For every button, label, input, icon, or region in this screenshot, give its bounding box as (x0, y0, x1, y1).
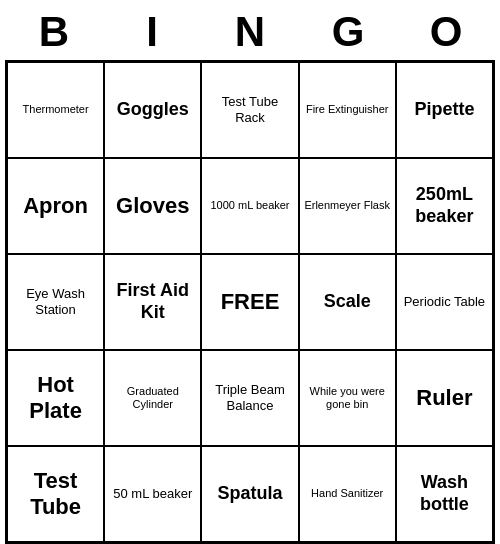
bingo-cell[interactable]: Test Tube (7, 446, 104, 542)
bingo-cell[interactable]: 1000 mL beaker (201, 158, 298, 254)
bingo-cell[interactable]: Eye Wash Station (7, 254, 104, 350)
header-letter: O (401, 8, 491, 56)
header-letter: I (107, 8, 197, 56)
bingo-cell[interactable]: Fire Extinguisher (299, 62, 396, 158)
bingo-cell[interactable]: Hot Plate (7, 350, 104, 446)
bingo-cell[interactable]: Spatula (201, 446, 298, 542)
bingo-cell[interactable]: Graduated Cylinder (104, 350, 201, 446)
bingo-cell[interactable]: Triple Beam Balance (201, 350, 298, 446)
header-letter: N (205, 8, 295, 56)
bingo-cell[interactable]: While you were gone bin (299, 350, 396, 446)
bingo-cell[interactable]: Ruler (396, 350, 493, 446)
bingo-cell[interactable]: 50 mL beaker (104, 446, 201, 542)
bingo-cell[interactable]: Test Tube Rack (201, 62, 298, 158)
bingo-cell[interactable]: Wash bottle (396, 446, 493, 542)
bingo-cell[interactable]: Apron (7, 158, 104, 254)
bingo-cell[interactable]: Scale (299, 254, 396, 350)
bingo-cell[interactable]: Gloves (104, 158, 201, 254)
bingo-cell[interactable]: Thermometer (7, 62, 104, 158)
bingo-cell[interactable]: Hand Sanitizer (299, 446, 396, 542)
header-letter: B (9, 8, 99, 56)
bingo-header: BINGO (5, 0, 495, 60)
bingo-cell[interactable]: FREE (201, 254, 298, 350)
bingo-cell[interactable]: First Aid Kit (104, 254, 201, 350)
bingo-cell[interactable]: Erlenmeyer Flask (299, 158, 396, 254)
bingo-cell[interactable]: Periodic Table (396, 254, 493, 350)
bingo-grid: ThermometerGogglesTest Tube RackFire Ext… (5, 60, 495, 544)
header-letter: G (303, 8, 393, 56)
bingo-cell[interactable]: 250mL beaker (396, 158, 493, 254)
bingo-cell[interactable]: Pipette (396, 62, 493, 158)
bingo-cell[interactable]: Goggles (104, 62, 201, 158)
